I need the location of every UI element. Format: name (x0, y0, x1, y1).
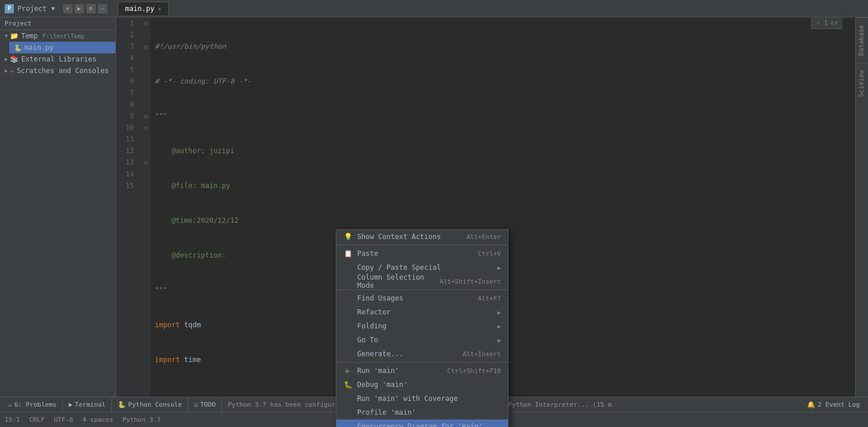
python-console-label: Python Console (128, 401, 182, 408)
status-position-value: 15:1 (5, 416, 20, 424)
ctx-divider-3 (336, 362, 508, 363)
ctx-copy-paste-icon (343, 263, 353, 272)
status-python[interactable]: Python 3.7 (122, 416, 161, 424)
ctx-find-usages[interactable]: Find Usages Alt+F7 (336, 291, 508, 305)
line-num-15: 15 (116, 180, 137, 191)
status-python-value: Python 3.7 (122, 416, 161, 424)
status-indent[interactable]: 4 spaces (82, 416, 113, 424)
status-position[interactable]: 15:1 (5, 416, 20, 424)
project-dropdown-arrow[interactable]: ▼ (52, 5, 55, 12)
line-num-2: 2 (116, 29, 137, 41)
right-sidebar: Database SciView (855, 17, 868, 397)
right-tab-database[interactable]: Database (856, 17, 868, 63)
add-config-btn[interactable]: + (63, 4, 72, 13)
title-bar: P Project ▼ + ▶ ⚙ — main.py × (0, 0, 868, 17)
main-py-tab[interactable]: main.py × (118, 2, 169, 15)
sidebar-header: Project (0, 17, 115, 30)
expand-arrow-temp: ▼ (5, 33, 8, 39)
ctx-generate-shortcut: Alt+Insert (463, 350, 501, 358)
bottom-tab-python-console[interactable]: 🐍 Python Console (112, 397, 188, 412)
sidebar-item-scratches[interactable]: ▶ ✏ Scratches and Consoles (0, 65, 115, 77)
code-line-6: @time:2020/12/12 (155, 215, 851, 226)
ctx-profile-main[interactable]: Profile 'main' (336, 406, 508, 419)
ctx-copy-paste-arrow: ▶ (497, 265, 501, 271)
ctx-run-icon: ▶ (343, 366, 353, 375)
line-numbers: 1 2 3 4 5 6 7 8 9 10 11 12 13 14 15 (116, 17, 142, 397)
ctx-divider-1 (336, 245, 508, 245)
fold-1[interactable]: ⊟ (142, 17, 150, 29)
ctx-show-context-actions[interactable]: 💡 Show Context Actions Alt+Enter (336, 230, 508, 244)
version-arrows: ∧∨ (830, 19, 838, 27)
folder-icon-temp: 📁 (10, 32, 19, 40)
sidebar-item-extlibs[interactable]: ▶ 📚 External Libraries (0, 53, 115, 65)
fold-8 (142, 99, 150, 110)
fold-5 (142, 64, 150, 75)
ctx-generate[interactable]: Generate... Alt+Insert (336, 347, 508, 361)
ctx-folding[interactable]: Folding ▶ (336, 319, 508, 333)
project-name[interactable]: Project (17, 5, 47, 13)
settings-btn[interactable]: ⚙ (86, 4, 96, 13)
status-line-ending[interactable]: CRLF (30, 416, 45, 424)
ctx-refactor-label: Refactor (357, 308, 493, 316)
bottom-tab-todo[interactable]: ☑ TODO (188, 397, 222, 412)
version-indicator[interactable]: ✓ 1 ∧∨ (811, 17, 842, 29)
ctx-profile-icon (343, 408, 353, 417)
sidebar-item-temp[interactable]: ▼ 📁 Temp F:\test\Temp (0, 30, 115, 42)
ctx-run-coverage-label: Run 'main' with Coverage (357, 395, 501, 403)
fold-6 (142, 75, 150, 87)
sidebar-item-mainpy[interactable]: 🐍 main.py (9, 42, 115, 53)
fold-4 (142, 52, 150, 64)
ctx-debug-icon: 🐛 (343, 380, 353, 389)
ctx-concurrency-diagram[interactable]: Concurrency Diagram for 'main' (336, 419, 508, 427)
ctx-goto-label: Go To (357, 336, 493, 344)
ctx-profile-main-label: Profile 'main' (357, 408, 501, 417)
event-log-label: 2 Event Log (818, 401, 860, 408)
line-num-7: 7 (116, 87, 137, 99)
bottom-tab-problems[interactable]: ⚠ 6: Problems (2, 397, 63, 412)
status-encoding[interactable]: UTF-8 (54, 416, 73, 424)
status-indent-value: 4 spaces (82, 416, 113, 424)
sidebar-scratches-label: Scratches and Consoles (17, 67, 109, 75)
ctx-folding-arrow: ▶ (497, 323, 501, 330)
project-icon: P (5, 4, 14, 13)
scratch-icon: ✏ (10, 67, 14, 75)
fold-3[interactable]: ⊟ (142, 41, 150, 52)
fold-9[interactable]: ⊟ (142, 110, 150, 122)
ctx-refactor-arrow: ▶ (497, 309, 501, 316)
right-tab-sciview[interactable]: SciView (856, 63, 868, 104)
ctx-goto[interactable]: Go To ▶ (336, 333, 508, 347)
tab-close-btn[interactable]: × (158, 6, 161, 12)
extlib-icon: 📚 (10, 55, 19, 63)
ctx-run-main[interactable]: ▶ Run 'main' Ctrl+Shift+F10 (336, 364, 508, 378)
line-num-6: 6 (116, 75, 137, 87)
bottom-tab-terminal[interactable]: ▶ Terminal (63, 397, 112, 412)
event-log[interactable]: 🔔 2 Event Log (801, 399, 866, 411)
ctx-show-context-actions-label: Show Context Actions (357, 233, 462, 241)
ctx-paste[interactable]: 📋 Paste Ctrl+V (336, 247, 508, 260)
line-num-3: 3 (116, 41, 137, 52)
line-num-14: 14 (116, 168, 137, 180)
python-console-icon: 🐍 (118, 401, 126, 408)
fold-10[interactable]: ⊟ (142, 122, 150, 133)
ctx-concurrent-icon (343, 422, 353, 427)
ctx-refactor[interactable]: Refactor ▶ (336, 305, 508, 319)
ctx-column-shortcut: Alt+Shift+Insert (440, 278, 501, 285)
ctx-column-selection[interactable]: Column Selection Mode Alt+Shift+Insert (336, 274, 508, 288)
fold-13[interactable]: ⊟ (142, 157, 150, 168)
run-btn[interactable]: ▶ (75, 4, 84, 13)
minimize-btn[interactable]: — (98, 4, 107, 13)
status-encoding-value: UTF-8 (54, 416, 73, 424)
ctx-debug-main[interactable]: 🐛 Debug 'main' (336, 378, 508, 392)
sidebar-extlibs-label: External Libraries (21, 55, 96, 63)
line-num-4: 4 (116, 52, 137, 64)
ctx-column-icon (343, 277, 353, 286)
ctx-show-context-actions-shortcut: Alt+Enter (466, 233, 501, 241)
status-line-ending-value: CRLF (30, 416, 45, 424)
ctx-find-icon (343, 294, 353, 303)
todo-label: TODO (200, 401, 216, 408)
line-num-12: 12 (116, 145, 137, 157)
todo-icon: ☑ (194, 401, 198, 408)
ctx-copy-paste-special[interactable]: Copy / Paste Special ▶ (336, 260, 508, 274)
line-num-1: 1 (116, 17, 137, 29)
ctx-run-coverage[interactable]: Run 'main' with Coverage (336, 392, 508, 406)
